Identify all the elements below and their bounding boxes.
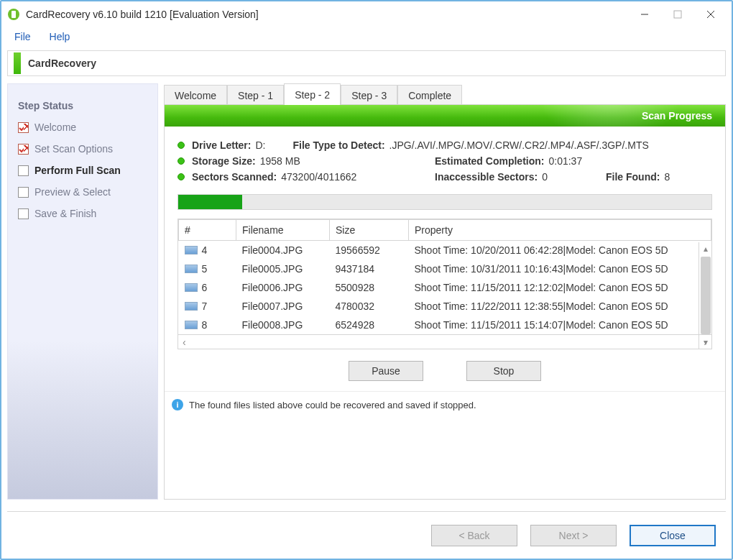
scan-button-row: Pause Stop bbox=[165, 357, 725, 391]
sidebar-item-label: Preview & Select bbox=[34, 186, 111, 198]
app-icon bbox=[7, 8, 20, 21]
sidebar-item-label: Perform Full Scan bbox=[34, 165, 121, 176]
svg-line-5 bbox=[707, 11, 714, 18]
sidebar-item-welcome[interactable]: Welcome bbox=[18, 121, 147, 133]
checkbox-empty-icon bbox=[18, 187, 29, 198]
cell-property: Shoot Time: 10/31/2011 10:16:43|Model: C… bbox=[409, 260, 711, 278]
col-filename[interactable]: Filename bbox=[236, 220, 330, 241]
title-bar: CardRecovery v6.10 build 1210 [Evaluatio… bbox=[1, 1, 732, 27]
cell-num: 5 bbox=[202, 263, 208, 275]
content-body: Scan Progress Drive Letter: D: File Type… bbox=[164, 104, 726, 500]
table-header-row: # Filename Size Property bbox=[179, 220, 711, 241]
file-thumb-icon bbox=[185, 265, 198, 273]
file-thumb-icon bbox=[185, 246, 198, 254]
checkbox-checked-icon bbox=[18, 122, 29, 133]
col-size[interactable]: Size bbox=[330, 220, 409, 241]
scan-progress-header: Scan Progress bbox=[165, 105, 725, 127]
sectors-scanned-value: 473200/4011662 bbox=[281, 171, 356, 183]
banner-title: CardRecovery bbox=[28, 58, 96, 69]
results-table-wrap: # Filename Size Property 4 File0004.JPG … bbox=[178, 219, 712, 349]
window-title: CardRecovery v6.10 build 1210 [Evaluatio… bbox=[26, 9, 628, 20]
tab-complete[interactable]: Complete bbox=[397, 85, 462, 105]
sidebar-item-label: Welcome bbox=[34, 121, 76, 133]
file-found-label: File Found: bbox=[606, 171, 660, 183]
close-app-button[interactable]: Close bbox=[630, 525, 716, 546]
file-thumb-icon bbox=[185, 283, 198, 292]
scroll-down-icon[interactable]: ▾ bbox=[699, 336, 711, 349]
svg-rect-1 bbox=[11, 11, 16, 18]
main-area: Step Status Welcome Set Scan Options Per… bbox=[1, 76, 732, 500]
file-thumb-icon bbox=[185, 302, 198, 311]
drive-letter-label: Drive Letter: bbox=[192, 139, 251, 151]
col-num[interactable]: # bbox=[179, 220, 236, 241]
sidebar-fade bbox=[8, 341, 157, 499]
scan-info: Drive Letter: D: File Type to Detect: .J… bbox=[165, 127, 725, 191]
table-row[interactable]: 4 File0004.JPG 19566592 Shoot Time: 10/2… bbox=[179, 241, 711, 260]
tab-step-2[interactable]: Step - 2 bbox=[284, 83, 341, 105]
progress-fill bbox=[178, 195, 242, 209]
sectors-scanned-label: Sectors Scanned: bbox=[192, 171, 277, 183]
svg-rect-3 bbox=[674, 11, 681, 18]
info-row-1: Drive Letter: D: File Type to Detect: .J… bbox=[178, 139, 712, 151]
content: Welcome Step - 1 Step - 2 Step - 3 Compl… bbox=[164, 83, 726, 500]
info-icon: i bbox=[172, 399, 183, 410]
eta-label: Estimated Completion: bbox=[435, 155, 544, 167]
cell-filename: File0006.JPG bbox=[236, 278, 330, 297]
progress-wrap bbox=[165, 191, 725, 219]
info-row-2: Storage Size: 1958 MB Estimated Completi… bbox=[178, 155, 712, 167]
table-row[interactable]: 7 File0007.JPG 4780032 Shoot Time: 11/22… bbox=[179, 297, 711, 316]
checkbox-empty-icon bbox=[18, 165, 29, 176]
banner: CardRecovery bbox=[7, 50, 726, 76]
svg-line-4 bbox=[707, 11, 714, 18]
hint-text: The found files listed above could be re… bbox=[189, 400, 476, 410]
drive-letter-value: D: bbox=[255, 139, 265, 151]
info-row-3: Sectors Scanned: 473200/4011662 Inaccess… bbox=[178, 171, 712, 183]
table-row[interactable]: 6 File0006.JPG 5500928 Shoot Time: 11/15… bbox=[179, 278, 711, 297]
tabs: Welcome Step - 1 Step - 2 Step - 3 Compl… bbox=[164, 83, 726, 105]
stop-button[interactable]: Stop bbox=[466, 361, 541, 381]
maximize-button[interactable] bbox=[661, 4, 694, 25]
header-decoration bbox=[538, 105, 682, 127]
tab-welcome[interactable]: Welcome bbox=[164, 85, 227, 105]
hint-row: i The found files listed above could be … bbox=[165, 391, 725, 413]
sidebar-item-preview-select[interactable]: Preview & Select bbox=[18, 186, 147, 198]
pause-button[interactable]: Pause bbox=[349, 361, 423, 381]
eta-value: 0:01:37 bbox=[548, 155, 582, 167]
file-type-label: File Type to Detect: bbox=[292, 139, 384, 151]
cell-num: 7 bbox=[202, 300, 208, 312]
maximize-icon bbox=[673, 10, 682, 19]
cell-property: Shoot Time: 11/15/2011 15:14:07|Model: C… bbox=[409, 316, 711, 334]
table-horizontal-scrollbar[interactable]: ‹ › bbox=[178, 334, 711, 349]
next-button[interactable]: Next > bbox=[530, 525, 617, 546]
sidebar-item-save-finish[interactable]: Save & Finish bbox=[18, 208, 147, 219]
menu-bar: File Help bbox=[1, 27, 732, 46]
storage-size-value: 1958 MB bbox=[260, 155, 300, 167]
status-dot-icon bbox=[178, 173, 185, 180]
table-row[interactable]: 5 File0005.JPG 9437184 Shoot Time: 10/31… bbox=[179, 260, 711, 278]
cell-size: 4780032 bbox=[330, 297, 409, 316]
scroll-thumb[interactable] bbox=[701, 257, 711, 334]
tab-step-1[interactable]: Step - 1 bbox=[227, 85, 284, 105]
table-vertical-scrollbar[interactable]: ▴ ▾ bbox=[699, 242, 711, 349]
tab-step-3[interactable]: Step - 3 bbox=[341, 85, 397, 105]
inaccessible-sectors-value: 0 bbox=[542, 171, 548, 183]
scroll-up-icon[interactable]: ▴ bbox=[699, 242, 711, 255]
cell-filename: File0005.JPG bbox=[236, 260, 330, 278]
minimize-icon bbox=[640, 10, 649, 19]
table-row[interactable]: 8 File0008.JPG 6524928 Shoot Time: 11/15… bbox=[179, 316, 711, 334]
back-button[interactable]: < Back bbox=[431, 525, 517, 546]
sidebar-item-perform-full-scan[interactable]: Perform Full Scan bbox=[18, 165, 147, 176]
file-found-value: 8 bbox=[664, 171, 670, 183]
cell-property: Shoot Time: 10/20/2011 06:42:28|Model: C… bbox=[409, 241, 711, 260]
scroll-left-icon[interactable]: ‹ bbox=[183, 336, 186, 348]
menu-help[interactable]: Help bbox=[42, 28, 78, 45]
minimize-button[interactable] bbox=[628, 4, 661, 25]
sidebar-item-set-scan-options[interactable]: Set Scan Options bbox=[18, 143, 147, 155]
banner-wrap: CardRecovery bbox=[1, 46, 732, 76]
menu-file[interactable]: File bbox=[7, 28, 38, 45]
close-button[interactable] bbox=[694, 4, 727, 25]
cell-size: 9437184 bbox=[330, 260, 409, 278]
sidebar-item-label: Save & Finish bbox=[34, 208, 96, 219]
col-property[interactable]: Property bbox=[409, 220, 711, 241]
status-dot-icon bbox=[178, 142, 185, 149]
